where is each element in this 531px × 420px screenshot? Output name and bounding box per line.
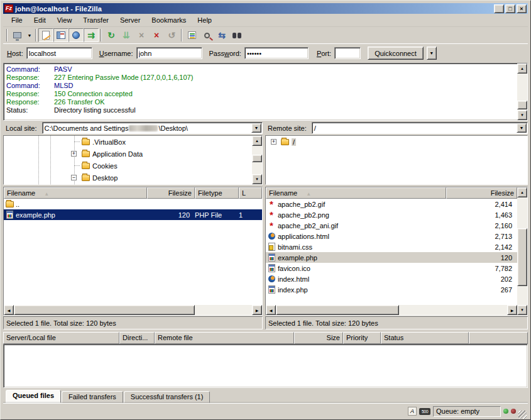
combo-dropdown-icon[interactable]: ▼	[517, 123, 527, 133]
menu-help[interactable]: Help	[192, 15, 217, 25]
scroll-thumb[interactable]	[252, 155, 262, 162]
column-header-filename[interactable]: Filename▲	[266, 187, 446, 199]
column-header-remote-file[interactable]: Remote file	[155, 332, 294, 344]
refresh-button[interactable]: ↻	[104, 28, 119, 42]
scroll-down-icon[interactable]: ▼	[517, 110, 527, 120]
scroll-up-icon[interactable]: ▲	[252, 136, 262, 146]
file-row[interactable]: *apache_pb2.gif 2,414	[266, 199, 517, 209]
scroll-thumb[interactable]	[14, 305, 195, 315]
scroll-thumb[interactable]	[517, 101, 527, 109]
quickconnect-dropdown[interactable]: ▼	[427, 47, 437, 60]
transfer-type-icon[interactable]: A	[408, 407, 417, 416]
file-row[interactable]: index.html 202	[266, 274, 517, 284]
queue-icon: ⇉	[87, 31, 95, 40]
message-log-lines: Command:PASV Response:227 Entering Passi…	[4, 64, 517, 120]
tree-item-cookies[interactable]: Cookies	[4, 160, 252, 172]
minimize-button[interactable]: _	[494, 4, 504, 13]
local-site-combobox[interactable]: C:\Documents and Settings\Desktop\ ▼	[42, 122, 263, 134]
expand-icon[interactable]: +	[271, 139, 276, 145]
column-header-filesize[interactable]: Filesize	[446, 187, 517, 199]
file-row[interactable]: *apache_pb2_ani.gif 2,160	[266, 220, 517, 231]
column-header-server-local-file[interactable]: Server/Local file	[3, 332, 119, 344]
column-header-filesize[interactable]: Filesize	[147, 187, 195, 199]
find-files-button[interactable]	[229, 28, 244, 42]
column-header-size[interactable]: Size	[294, 332, 343, 344]
toggle-queue-button[interactable]: ⇉	[84, 28, 99, 42]
menu-file[interactable]: File	[6, 15, 28, 25]
toggle-message-log-button[interactable]	[38, 28, 53, 42]
quickconnect-button[interactable]: Quickconnect	[368, 47, 424, 60]
menu-transfer[interactable]: Transfer	[77, 15, 114, 25]
scroll-up-icon[interactable]: ▲	[517, 64, 527, 74]
local-site-row: Local site: C:\Documents and Settings\De…	[3, 121, 263, 135]
remote-horizontal-scrollbar[interactable]: ◀ ▶	[266, 305, 517, 315]
local-tree-vertical-scrollbar[interactable]: ▲ ▼	[252, 136, 262, 184]
cancel-button[interactable]: ×	[134, 28, 149, 42]
menu-server[interactable]: Server	[114, 15, 146, 25]
tree-item-virtualbox[interactable]: .VirtualBox	[4, 136, 252, 148]
scroll-thumb[interactable]	[517, 228, 527, 286]
toggle-remote-tree-button[interactable]	[68, 28, 84, 42]
expand-icon[interactable]: +	[71, 151, 77, 157]
menu-edit[interactable]: Edit	[28, 15, 52, 25]
tree-item-desktop[interactable]: − Desktop	[4, 172, 252, 184]
html-file-icon	[267, 232, 276, 241]
menu-bookmarks[interactable]: Bookmarks	[146, 15, 192, 25]
close-button[interactable]: ×	[517, 4, 527, 13]
scroll-up-icon[interactable]: ▲	[517, 187, 527, 197]
column-header-filename[interactable]: Filename▲	[4, 187, 147, 199]
remote-site-combobox[interactable]: / ▼	[312, 122, 528, 134]
host-input[interactable]	[26, 47, 92, 59]
directory-comparison-button[interactable]	[199, 28, 214, 42]
port-input[interactable]	[334, 47, 361, 59]
file-row-example-php[interactable]: example.php 120 PHP File 1	[4, 209, 262, 220]
column-header-direction[interactable]: Directi...	[119, 332, 155, 344]
file-row-selected[interactable]: example.php 120	[266, 252, 517, 263]
tab-queued-files[interactable]: Queued files	[6, 390, 61, 403]
filter-button[interactable]	[184, 28, 199, 42]
column-header-filetype[interactable]: Filetype	[195, 187, 239, 199]
tree-item-application-data[interactable]: + Application Data	[4, 148, 252, 160]
password-input[interactable]	[244, 47, 309, 59]
maximize-button[interactable]: □	[505, 4, 515, 13]
folder-icon	[82, 139, 90, 145]
resize-grip[interactable]	[518, 411, 527, 419]
scroll-left-icon[interactable]: ◀	[266, 305, 276, 315]
reconnect-button[interactable]: ↺	[164, 28, 179, 42]
process-queue-button[interactable]: ⇊	[119, 28, 134, 42]
tree-item-root[interactable]: + /	[266, 136, 527, 148]
cancel-icon: ×	[139, 31, 144, 40]
status-light-green-icon	[503, 409, 508, 414]
scroll-right-icon[interactable]: ▶	[507, 305, 517, 315]
toggle-local-tree-button[interactable]	[53, 28, 68, 42]
message-log-icon	[42, 31, 50, 40]
scroll-down-icon[interactable]: ▼	[517, 305, 527, 315]
scroll-down-icon[interactable]: ▼	[252, 174, 262, 184]
file-row-parent-dir[interactable]: ..	[4, 199, 262, 209]
scroll-thumb[interactable]	[276, 305, 399, 315]
remote-vertical-scrollbar[interactable]: ▲ ▼	[517, 187, 527, 315]
file-row[interactable]: applications.html 2,713	[266, 231, 517, 241]
local-horizontal-scrollbar[interactable]: ◀ ▶	[4, 305, 262, 315]
column-header-status[interactable]: Status	[381, 332, 469, 344]
site-manager-button[interactable]	[9, 28, 25, 42]
synchronized-browsing-button[interactable]: ⇆	[214, 28, 229, 42]
file-row[interactable]: favicon.ico 7,782	[266, 263, 517, 274]
tab-failed-transfers[interactable]: Failed transfers	[62, 391, 123, 403]
tab-successful-transfers[interactable]: Successful transfers (1)	[124, 391, 211, 403]
disconnect-button[interactable]: ×	[149, 28, 164, 42]
log-vertical-scrollbar[interactable]: ▲ ▼	[517, 64, 527, 120]
column-header-modified[interactable]: L	[239, 187, 262, 199]
scroll-right-icon[interactable]: ▶	[252, 305, 262, 315]
combo-dropdown-icon[interactable]: ▼	[251, 123, 261, 133]
scroll-left-icon[interactable]: ◀	[4, 305, 14, 315]
menu-view[interactable]: View	[52, 15, 78, 25]
file-row[interactable]: index.php 267	[266, 284, 517, 295]
file-row[interactable]: bitnami.css 2,142	[266, 241, 517, 252]
column-header-priority[interactable]: Priority	[343, 332, 381, 344]
speed-limit-icon[interactable]: 500	[419, 408, 430, 415]
collapse-icon[interactable]: −	[71, 175, 77, 180]
site-manager-dropdown[interactable]: ▼	[25, 28, 33, 42]
username-input[interactable]	[136, 47, 202, 59]
file-row[interactable]: *apache_pb2.png 1,463	[266, 209, 517, 220]
